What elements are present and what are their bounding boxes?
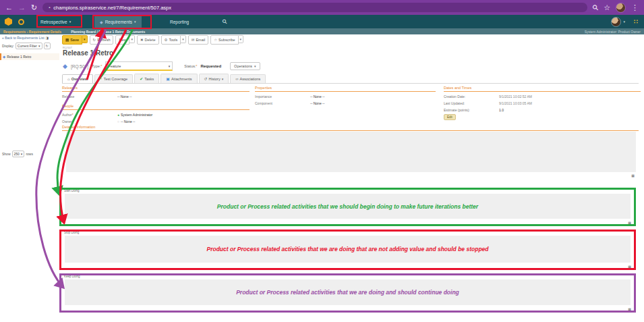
new-button[interactable]: New: [115, 35, 129, 45]
email-button[interactable]: ✉ Email: [188, 35, 208, 45]
tab-attachments[interactable]: ▣ Attachments: [160, 74, 197, 83]
tab-associations[interactable]: ∞ Associations: [230, 74, 266, 83]
detailed-info-header: Detailed Information: [62, 125, 639, 131]
creation-date-value: 9/1/2021 10:02:52 AM: [499, 95, 532, 99]
breadcrumb-trail[interactable]: Requirements › Requirement Details: [3, 30, 61, 34]
coverage-pie-icon: ◔: [100, 77, 103, 81]
user-avatar[interactable]: ▾: [611, 15, 625, 28]
browser-profile-avatar[interactable]: [616, 3, 626, 13]
resize-grip-icon[interactable]: ▦: [628, 307, 631, 311]
tab-test-coverage[interactable]: ◔ Test Coverage: [94, 74, 133, 83]
new-dropdown[interactable]: ▾: [129, 35, 135, 43]
workspace-menu[interactable]: Retrospective ▾: [40, 15, 71, 28]
resize-grip-icon[interactable]: ▦: [628, 221, 631, 225]
delete-button[interactable]: ✖ Delete: [137, 35, 159, 45]
collapse-panel-icon[interactable]: ◨: [46, 36, 49, 40]
page-title: Release 1 Retro: [63, 49, 113, 57]
owner-value[interactable]: -- None --: [121, 119, 135, 124]
chevron-down-icon: ▾: [21, 152, 23, 156]
dates-section-header: Dates and Times: [444, 86, 641, 92]
tab-history[interactable]: ↺ History ▾: [199, 74, 229, 83]
workspace-grid-icon[interactable]: ∷: [634, 15, 639, 28]
browser-menu-icon[interactable]: ⋮: [631, 4, 639, 11]
importance-label: Importance: [255, 95, 310, 99]
type-select[interactable]: Feature ▾: [105, 61, 173, 71]
search-icon[interactable]: ⚲: [223, 15, 227, 28]
workspace-icon[interactable]: [18, 15, 24, 28]
requirement-id: [RQ:507]: [71, 64, 88, 69]
show-label: Show: [2, 152, 11, 156]
importance-value[interactable]: -- None --: [310, 95, 324, 99]
refresh-button[interactable]: ↻ Refresh: [90, 35, 114, 45]
keep-doing-textarea[interactable]: Product or Process related activities th…: [65, 279, 631, 305]
stop-doing-annotation: Product or Process related activities th…: [207, 246, 489, 252]
browser-forward-icon[interactable]: →: [18, 4, 26, 11]
save-button[interactable]: ▤ Save: [62, 35, 82, 45]
toolbar: ▤ Save ▾ ↻ Refresh New ▾ ✖ Delete ⚙ Tool: [62, 35, 243, 45]
requirement-header-row: ◆ [RQ:507] Type:* Feature ▾ Status:* Req…: [63, 61, 260, 71]
required-marker: *: [196, 64, 197, 68]
back-to-list-link[interactable]: « Back to Requirements List: [2, 36, 45, 40]
requirement-diamond-icon: ◆: [3, 55, 5, 59]
save-icon: ▤: [65, 38, 69, 42]
breadcrumb: Requirements › Requirement Details Plann…: [0, 28, 644, 34]
app-nav-bar: Retrospective ▾ ◆ Requirements ▾ Reporti…: [0, 15, 644, 28]
keep-doing-section: Keep Doing Product or Process related ac…: [59, 273, 636, 313]
status-label: Status:*: [184, 64, 197, 68]
description-textarea[interactable]: [66, 132, 636, 172]
resize-grip-icon[interactable]: ▦: [628, 265, 631, 269]
tools-dropdown[interactable]: ▾: [181, 35, 186, 43]
spira-logo-icon[interactable]: [5, 15, 12, 28]
sidebar-item-release-1-retro[interactable]: ◆ Release 1 Retro: [0, 53, 59, 60]
nav-tab-reporting[interactable]: Reporting: [170, 15, 189, 28]
component-label: Component: [255, 101, 310, 105]
browser-back-icon[interactable]: ←: [5, 4, 13, 11]
bookmark-star-icon[interactable]: ☆: [604, 4, 610, 11]
stop-doing-textarea[interactable]: Product or Process related activities th…: [65, 236, 631, 263]
stop-doing-section: Stop Doing Product or Process related ac…: [59, 230, 636, 270]
sidebar-item-label: Release 1 Retro: [7, 55, 31, 59]
breadcrumb-links[interactable]: Planning Board / Release 1 Retro / Docum…: [71, 30, 145, 34]
component-value[interactable]: -- None --: [310, 101, 324, 105]
release-value[interactable]: -- None --: [117, 95, 131, 99]
email-icon: ✉: [192, 38, 195, 42]
save-dropdown[interactable]: ▾: [82, 35, 88, 43]
rows-select[interactable]: 250 ▾: [12, 151, 25, 157]
delete-icon: ✖: [140, 38, 144, 42]
url-text: champions.spiraservice.net/7/Requirement…: [53, 5, 171, 11]
operations-button[interactable]: Operations ▾: [230, 62, 260, 70]
check-icon: ✔: [140, 76, 143, 81]
browser-zoom-icon[interactable]: ⚲: [591, 3, 599, 11]
author-value[interactable]: System Administrator: [121, 113, 152, 117]
address-bar[interactable]: ▪ champions.spiraservice.net/7/Requireme…: [42, 3, 587, 12]
chevron-down-icon: ▾: [134, 20, 136, 24]
filter-value: Current Filter: [18, 44, 37, 48]
resize-grip-icon[interactable]: ▦: [631, 173, 635, 178]
nav-tab-requirements[interactable]: ◆ Requirements ▾: [94, 15, 142, 28]
creation-date-label: Creation Date:: [444, 95, 499, 99]
filter-select[interactable]: Current Filter ▾: [16, 43, 42, 49]
tools-button[interactable]: ⚙ Tools: [161, 35, 181, 45]
workspace-label: Retrospective: [40, 20, 67, 24]
offline-circle-icon: ○: [117, 119, 119, 124]
last-updated-value: 9/1/2021 10:03:05 AM: [499, 101, 532, 105]
chevron-down-icon: ▾: [222, 77, 224, 81]
estimate-value[interactable]: 1.0: [499, 108, 504, 112]
online-dot-icon: ●: [117, 113, 119, 117]
edit-button[interactable]: Edit: [444, 114, 456, 120]
rows-value: 250: [14, 152, 20, 156]
start-doing-textarea[interactable]: Product or Process related activities th…: [65, 194, 631, 219]
status-value: Requested: [200, 64, 221, 68]
browser-reload-icon[interactable]: ↻: [31, 4, 37, 11]
history-clock-icon: ↺: [204, 76, 208, 81]
subscribe-dropdown[interactable]: ▾: [239, 35, 244, 43]
requirement-diamond-icon: ◆: [100, 20, 103, 24]
tab-tasks[interactable]: ✔ Tasks: [134, 74, 159, 83]
refresh-list-button[interactable]: ↻: [44, 43, 51, 49]
start-doing-section: Start Doing Product or Process related a…: [59, 188, 636, 226]
tab-overview[interactable]: ⌂ Overview: [62, 74, 93, 83]
subscribe-button[interactable]: ☆ Subscribe: [210, 35, 238, 45]
keep-doing-label: Keep Doing: [64, 275, 80, 278]
last-updated-label: Last Updated:: [444, 101, 499, 105]
chevron-down-icon: ▾: [623, 20, 625, 24]
